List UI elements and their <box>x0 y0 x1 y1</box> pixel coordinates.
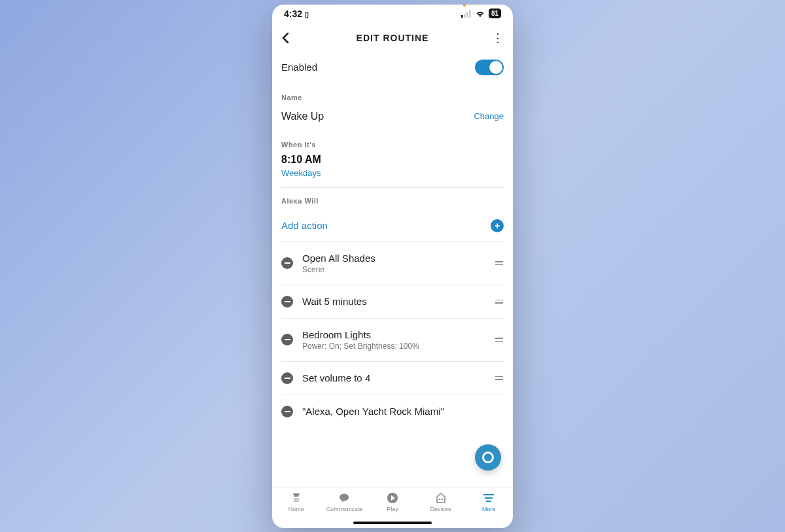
add-action-plus-icon[interactable]: + <box>491 219 504 232</box>
back-button[interactable] <box>281 32 298 44</box>
app-header: EDIT ROUTINE ⋮ <box>272 23 513 53</box>
battery-icon: 81 <box>489 9 501 18</box>
schedule-time: 8:10 AM <box>281 154 504 166</box>
svg-rect-10 <box>483 494 494 495</box>
tab-more[interactable]: More <box>466 492 511 512</box>
action-item: Set volume to 4 <box>281 361 504 395</box>
svg-rect-3 <box>469 10 471 18</box>
tab-label: Play <box>387 506 398 512</box>
tab-communicate[interactable]: Communicate <box>322 492 366 512</box>
remove-action-button[interactable] <box>281 406 293 417</box>
home-indicator[interactable] <box>353 522 432 524</box>
remove-action-button[interactable] <box>281 372 293 384</box>
section-label-actions: Alexa Will <box>281 197 504 205</box>
section-label-when: When It's <box>281 141 504 149</box>
status-time: 4:32 ▯ <box>284 9 309 19</box>
status-bar: 4:32 ▯ 81 <box>272 5 513 23</box>
action-title: Open All Shades <box>302 253 485 264</box>
tab-label: Home <box>288 506 304 512</box>
action-title: Bedroom Lights <box>302 329 485 340</box>
svg-point-8 <box>438 498 440 500</box>
action-text[interactable]: Open All Shades Scene <box>302 253 485 274</box>
action-item: Wait 5 minutes <box>281 285 504 318</box>
status-right: 81 <box>461 9 501 18</box>
action-text[interactable]: "Alexa, Open Yacht Rock Miami" <box>302 406 504 417</box>
action-subtitle: Scene <box>302 265 485 274</box>
tab-play[interactable]: Play <box>370 492 415 512</box>
tab-devices[interactable]: Devices <box>419 492 463 512</box>
content-scroll[interactable]: Enabled Name Wake Up Change When It's 8:… <box>272 53 513 488</box>
phone-frame: 4:32 ▯ 81 <box>272 5 513 528</box>
routine-name-row: Wake Up Change <box>281 107 504 129</box>
cellular-icon <box>461 10 472 18</box>
divider <box>281 187 504 188</box>
enabled-label: Enabled <box>281 62 317 73</box>
tab-bar: Home Communicate Play Devices <box>272 488 513 528</box>
enabled-row: Enabled <box>281 53 504 82</box>
action-title: "Alexa, Open Yacht Rock Miami" <box>302 406 504 417</box>
add-action-label: Add action <box>281 220 328 231</box>
remove-action-button[interactable] <box>281 257 293 269</box>
drag-handle-icon[interactable] <box>495 338 504 342</box>
svg-point-6 <box>340 493 349 501</box>
action-subtitle: Power: On; Set Brightness: 100% <box>302 342 485 351</box>
schedule-block[interactable]: 8:10 AM Weekdays <box>281 154 504 178</box>
alexa-ring-icon <box>482 452 494 463</box>
svg-rect-11 <box>485 497 493 499</box>
add-action-row[interactable]: Add action + <box>281 210 504 241</box>
svg-rect-0 <box>461 15 463 18</box>
svg-rect-5 <box>294 501 299 502</box>
schedule-repeat: Weekdays <box>281 168 504 178</box>
routine-name-value: Wake Up <box>281 111 324 122</box>
overflow-menu-button[interactable]: ⋮ <box>487 31 504 45</box>
action-item: "Alexa, Open Yacht Rock Miami" <box>281 395 504 428</box>
more-icon <box>483 492 495 504</box>
remove-action-button[interactable] <box>281 334 293 346</box>
chat-icon <box>338 492 350 504</box>
svg-rect-4 <box>294 499 299 500</box>
tab-label: Communicate <box>326 506 363 512</box>
enabled-toggle[interactable] <box>475 60 504 75</box>
tab-label: Devices <box>430 506 451 512</box>
play-icon <box>387 492 398 504</box>
alexa-voice-button[interactable] <box>475 444 501 470</box>
section-label-name: Name <box>281 94 504 101</box>
drag-handle-icon[interactable] <box>495 376 504 380</box>
svg-rect-2 <box>466 12 468 18</box>
change-name-link[interactable]: Change <box>474 111 504 121</box>
svg-rect-12 <box>486 501 491 502</box>
tab-home[interactable]: Home <box>274 492 319 512</box>
devices-icon <box>435 492 447 504</box>
clock-text: 4:32 <box>284 9 302 19</box>
action-item: Bedroom Lights Power: On; Set Brightness… <box>281 318 504 361</box>
action-item: Open All Shades Scene <box>281 241 504 285</box>
privacy-dot-icon <box>463 5 466 7</box>
drag-handle-icon[interactable] <box>495 261 504 265</box>
drag-handle-icon[interactable] <box>495 300 504 304</box>
home-icon <box>290 492 302 504</box>
svg-point-9 <box>441 498 443 500</box>
action-title: Wait 5 minutes <box>302 296 485 307</box>
remove-action-button[interactable] <box>281 296 293 308</box>
action-text[interactable]: Bedroom Lights Power: On; Set Brightness… <box>302 329 485 351</box>
wifi-icon <box>475 10 485 18</box>
svg-rect-1 <box>464 14 466 18</box>
action-text[interactable]: Set volume to 4 <box>302 372 485 383</box>
action-title: Set volume to 4 <box>302 372 485 383</box>
tab-label: More <box>482 506 496 512</box>
page-title: EDIT ROUTINE <box>298 33 487 43</box>
action-text[interactable]: Wait 5 minutes <box>302 296 485 307</box>
